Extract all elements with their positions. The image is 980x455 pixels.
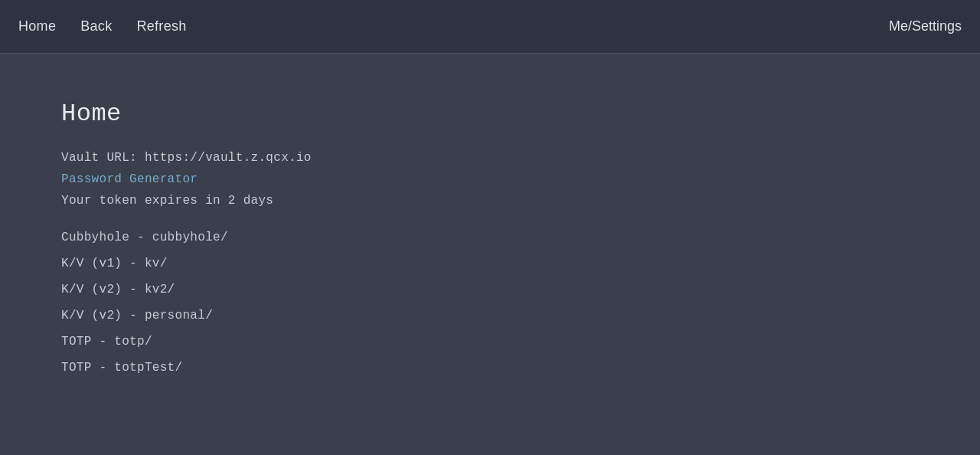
mount-item[interactable]: K/V (v1) - kv/ bbox=[61, 257, 919, 270]
main-content: Home Vault URL: https://vault.z.qcx.io P… bbox=[0, 54, 980, 421]
nav-back[interactable]: Back bbox=[80, 18, 112, 34]
mount-item[interactable]: TOTP - totpTest/ bbox=[61, 361, 919, 375]
mount-list: Cubbyhole - cubbyhole/K/V (v1) - kv/K/V … bbox=[61, 231, 919, 375]
nav-left: Home Back Refresh bbox=[18, 18, 187, 34]
token-expiry: Your token expires in 2 days bbox=[61, 194, 919, 208]
password-generator-link[interactable]: Password Generator bbox=[61, 172, 919, 186]
vault-url: Vault URL: https://vault.z.qcx.io bbox=[61, 151, 919, 165]
mount-item[interactable]: K/V (v2) - kv2/ bbox=[61, 283, 919, 296]
nav-refresh[interactable]: Refresh bbox=[136, 18, 186, 34]
mount-item[interactable]: TOTP - totp/ bbox=[61, 335, 919, 349]
mount-item[interactable]: Cubbyhole - cubbyhole/ bbox=[61, 231, 919, 244]
mount-item[interactable]: K/V (v2) - personal/ bbox=[61, 309, 919, 322]
nav-home[interactable]: Home bbox=[18, 18, 56, 34]
page-title: Home bbox=[61, 100, 919, 128]
navbar: Home Back Refresh Me/Settings bbox=[0, 0, 980, 54]
nav-settings[interactable]: Me/Settings bbox=[889, 18, 962, 34]
